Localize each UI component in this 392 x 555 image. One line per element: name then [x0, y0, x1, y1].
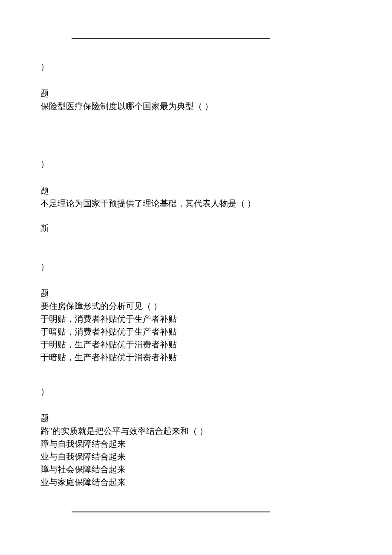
q2-text: 不足理论为国家干预提供了理论基础，其代表人物是（ ） — [40, 197, 270, 209]
question-3: 题 要住房保障形式的分析可见（ ） 于明贴，消费者补贴优于生产者补贴 于暗贴，消… — [40, 287, 270, 363]
q3-label: 题 — [40, 287, 270, 299]
q4-label: 题 — [40, 412, 270, 424]
answer-paren-2: ） — [40, 158, 270, 170]
q3-option-a: 于明贴，消费者补贴优于生产者补贴 — [40, 313, 270, 325]
question-4: 题 路"的实质就是把公平与效率结合起来和（ ） 障与自我保障结合起来 业与自我保… — [40, 412, 270, 488]
q3-option-c: 于明贴，生产者补贴优于消费者补贴 — [40, 338, 270, 350]
q3-text: 要住房保障形式的分析可见（ ） — [40, 300, 270, 312]
document-content: ） 题 保险型医疗保险制度以哪个国家最为典型（ ） ） 题 不足理论为国家干预提… — [40, 38, 270, 512]
q4-option-c: 障与社会保障结合起来 — [40, 463, 270, 475]
q3-option-d: 于暗贴，生产者补贴优于消费者补贴 — [40, 351, 270, 363]
q1-text: 保险型医疗保险制度以哪个国家最为典型（ ） — [40, 100, 270, 112]
q1-label: 题 — [40, 87, 270, 99]
question-2: 题 不足理论为国家干预提供了理论基础，其代表人物是（ ） 斯 — [40, 185, 270, 234]
answer-paren-3: ） — [40, 260, 270, 272]
bottom-divider — [72, 512, 270, 512]
answer-paren-1: ） — [40, 61, 270, 72]
question-1: 题 保险型医疗保险制度以哪个国家最为典型（ ） — [40, 87, 270, 112]
q4-option-a: 障与自我保障结合起来 — [40, 438, 270, 450]
top-divider — [72, 38, 270, 39]
q4-text: 路"的实质就是把公平与效率结合起来和（ ） — [40, 425, 270, 437]
q2-label: 题 — [40, 185, 270, 197]
q3-option-b: 于暗贴，消费者补贴优于生产者补贴 — [40, 326, 270, 338]
q2-option-fragment: 斯 — [40, 222, 270, 234]
q4-option-b: 业与自我保障结合起来 — [40, 451, 270, 462]
answer-paren-4: ） — [40, 385, 270, 397]
q4-option-d: 业与家庭保障结合起来 — [40, 476, 270, 488]
